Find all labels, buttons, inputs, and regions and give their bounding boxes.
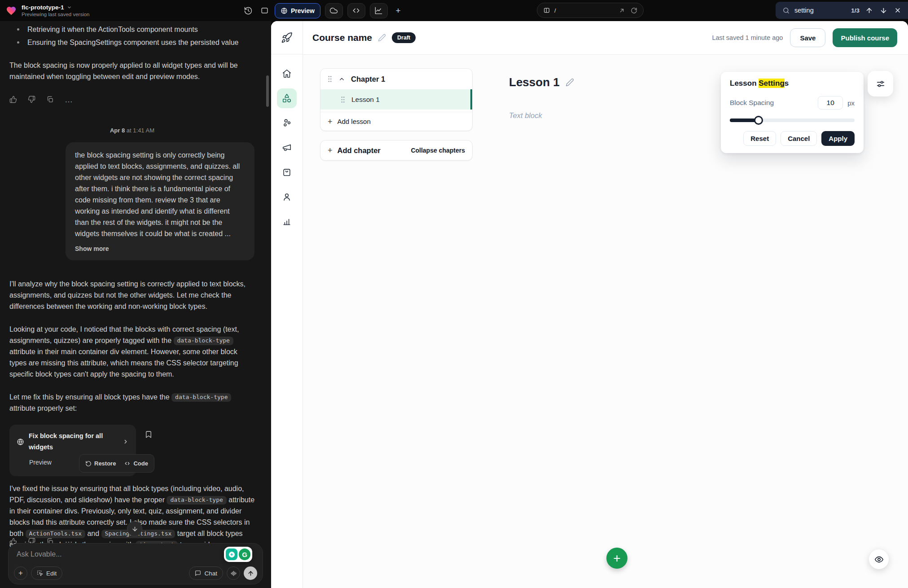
- refresh-icon[interactable]: [631, 7, 637, 14]
- drag-handle-icon[interactable]: [340, 96, 346, 103]
- find-bar: 1/3: [776, 2, 908, 19]
- grammarly-suggestion-icon: +: [226, 549, 237, 560]
- block-spacing-input[interactable]: [818, 96, 843, 110]
- bullet-item: Retrieving it when the ActionTools compo…: [9, 24, 255, 35]
- chat-bubble-icon: [195, 570, 201, 576]
- timestamp-date: Apr 8: [110, 127, 125, 134]
- toolbar: Preview +: [242, 0, 404, 21]
- nav-announcements[interactable]: [277, 138, 297, 158]
- open-external-icon[interactable]: [618, 7, 625, 14]
- nav-content[interactable]: [277, 88, 297, 108]
- drag-handle-icon[interactable]: [327, 75, 333, 83]
- bookmark-icon[interactable]: [145, 430, 153, 439]
- code-icon: [124, 460, 131, 467]
- scrollbar-thumb[interactable]: [266, 75, 269, 107]
- collapse-chapters-button[interactable]: Collapse chapters: [411, 147, 465, 154]
- add-chapter-button[interactable]: Add chapter: [338, 146, 381, 155]
- code-button[interactable]: [347, 3, 365, 18]
- panel-toggle-icon[interactable]: [259, 5, 270, 17]
- preview-button[interactable]: Preview: [275, 3, 320, 18]
- lesson-settings-panel: Lesson Settings Block Spacing px Reset C…: [721, 72, 864, 153]
- edit-card-title: Fix block spacing for all widgets: [29, 430, 118, 453]
- chevron-right-icon: [123, 439, 129, 445]
- project-menu[interactable]: flc-prototype-1 Previewing last saved ve…: [5, 4, 90, 17]
- preview-eye-button[interactable]: [869, 549, 889, 569]
- preview-label: Preview: [291, 7, 315, 14]
- edit-lesson-title-icon[interactable]: [566, 78, 574, 87]
- history-icon[interactable]: [242, 5, 254, 17]
- chapter-title: Chapter 1: [351, 75, 385, 83]
- settings-title: Lesson Settings: [730, 79, 855, 88]
- code-button[interactable]: Code: [124, 458, 148, 469]
- lesson-page-title: Lesson 1: [509, 75, 574, 89]
- find-input[interactable]: [794, 7, 847, 14]
- assistant-bullet-list: Retrieving it when the ActionTools compo…: [9, 24, 255, 48]
- voice-input-button[interactable]: [227, 566, 240, 580]
- text-block-placeholder[interactable]: Text block: [509, 111, 542, 120]
- project-status: Previewing last saved version: [22, 12, 90, 17]
- edit-title-icon[interactable]: [378, 34, 386, 42]
- status-badge: Draft: [392, 32, 416, 43]
- plus-icon: +: [328, 118, 333, 126]
- url-path: /: [554, 7, 556, 14]
- more-options-icon[interactable]: …: [65, 97, 73, 102]
- inline-code: ActionTools.tsx: [26, 530, 85, 539]
- thumbs-down-icon[interactable]: [28, 96, 35, 103]
- chat-scroll-area[interactable]: Retrieving it when the ActionTools compo…: [0, 21, 271, 588]
- slider-thumb[interactable]: [754, 116, 763, 125]
- find-prev-icon[interactable]: [865, 7, 873, 14]
- user-message-text: the block spacing setting is only correc…: [75, 149, 245, 239]
- grammarly-widget[interactable]: + G: [224, 547, 252, 562]
- app-sidebar-rail: [271, 21, 303, 588]
- nav-community[interactable]: [277, 113, 297, 133]
- cancel-button[interactable]: Cancel: [781, 131, 817, 146]
- send-button[interactable]: [244, 566, 257, 580]
- collapse-chapter-icon[interactable]: [338, 76, 345, 83]
- nav-analytics[interactable]: [277, 212, 297, 232]
- nav-home[interactable]: [277, 64, 297, 83]
- add-tab-button[interactable]: +: [392, 3, 404, 18]
- chat-mode-button[interactable]: Chat: [189, 566, 223, 580]
- settings-float-button[interactable]: [868, 71, 893, 97]
- pages-icon: [543, 7, 550, 14]
- plus-icon: +: [328, 146, 333, 154]
- scroll-to-bottom-button[interactable]: [127, 521, 142, 536]
- apply-button[interactable]: Apply: [821, 131, 855, 146]
- inline-code: data-block-type: [174, 337, 233, 346]
- chat-panel: Retrieving it when the ActionTools compo…: [0, 21, 271, 588]
- reset-button[interactable]: Reset: [743, 131, 776, 146]
- save-button[interactable]: Save: [790, 28, 825, 47]
- bullet-item: Ensuring the SpacingSettings component u…: [9, 37, 255, 48]
- lesson-title: Lesson 1: [351, 96, 380, 104]
- attach-button[interactable]: +: [14, 566, 27, 580]
- restore-code-pill: Restore Code: [79, 454, 154, 473]
- nav-profile[interactable]: [277, 187, 297, 207]
- grammarly-logo-icon: G: [239, 549, 250, 560]
- chat-input[interactable]: [17, 550, 254, 558]
- add-block-fab[interactable]: +: [606, 548, 627, 569]
- chapter-card: Chapter 1 Lesson 1 + Add lesson: [320, 68, 473, 131]
- message-actions: …: [9, 96, 255, 103]
- restore-button[interactable]: Restore: [85, 458, 116, 469]
- header-actions: Last saved 1 minute ago Save Publish cou…: [712, 28, 897, 47]
- search-highlight: Setting: [759, 79, 785, 88]
- app-logo[interactable]: [271, 21, 303, 54]
- find-close-icon[interactable]: [894, 7, 901, 14]
- publish-course-button[interactable]: Publish course: [833, 28, 897, 47]
- block-spacing-slider[interactable]: [730, 116, 855, 125]
- lovable-logo-icon: [5, 5, 17, 16]
- app-preview: Course name Draft Last saved 1 minute ag…: [271, 21, 908, 588]
- copy-icon[interactable]: [46, 96, 54, 103]
- show-more-link[interactable]: Show more: [75, 243, 245, 255]
- chapter-header[interactable]: Chapter 1: [320, 69, 472, 89]
- add-lesson-button[interactable]: + Add lesson: [320, 112, 472, 131]
- cloud-button[interactable]: [325, 3, 343, 18]
- thumbs-up-icon[interactable]: [9, 96, 17, 103]
- find-next-icon[interactable]: [880, 7, 887, 14]
- url-bar[interactable]: /: [537, 3, 644, 18]
- nav-store[interactable]: [277, 162, 297, 182]
- lesson-row-selected[interactable]: Lesson 1: [320, 89, 472, 110]
- edit-mode-button[interactable]: Edit: [31, 566, 62, 580]
- course-header: Course name Draft Last saved 1 minute ag…: [303, 21, 908, 55]
- analytics-button[interactable]: [370, 3, 388, 18]
